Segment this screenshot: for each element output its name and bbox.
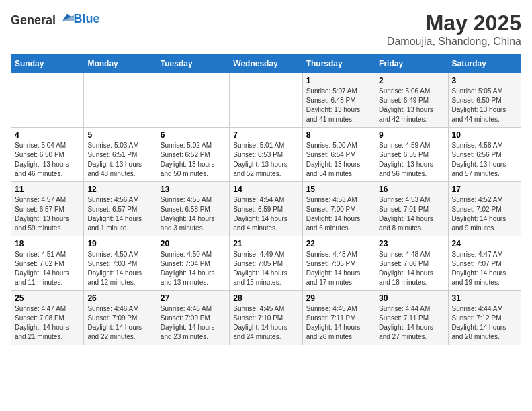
day-info: Sunrise: 4:54 AM Sunset: 6:59 PM Dayligh… <box>233 195 298 233</box>
day-number: 18 <box>15 239 80 248</box>
day-info: Sunrise: 4:55 AM Sunset: 6:58 PM Dayligh… <box>161 195 226 233</box>
week-row-4: 18Sunrise: 4:51 AM Sunset: 7:02 PM Dayli… <box>11 236 521 291</box>
calendar-cell: 2Sunrise: 5:06 AM Sunset: 6:49 PM Daylig… <box>375 73 448 128</box>
calendar-cell: 22Sunrise: 4:48 AM Sunset: 7:06 PM Dayli… <box>302 236 375 291</box>
header-day-sunday: Sunday <box>11 55 84 73</box>
calendar-cell: 15Sunrise: 4:53 AM Sunset: 7:00 PM Dayli… <box>302 182 375 236</box>
day-info: Sunrise: 5:01 AM Sunset: 6:53 PM Dayligh… <box>233 141 298 179</box>
day-number: 2 <box>379 76 444 85</box>
week-row-2: 4Sunrise: 5:04 AM Sunset: 6:50 PM Daylig… <box>11 128 521 182</box>
day-info: Sunrise: 4:48 AM Sunset: 7:06 PM Dayligh… <box>306 250 371 287</box>
day-number: 21 <box>233 239 298 248</box>
day-info: Sunrise: 4:47 AM Sunset: 7:08 PM Dayligh… <box>15 304 80 342</box>
day-info: Sunrise: 4:57 AM Sunset: 6:57 PM Dayligh… <box>15 195 80 233</box>
day-info: Sunrise: 4:44 AM Sunset: 7:11 PM Dayligh… <box>379 304 444 342</box>
day-number: 29 <box>306 293 371 303</box>
day-info: Sunrise: 4:45 AM Sunset: 7:11 PM Dayligh… <box>306 304 371 342</box>
logo-icon <box>60 11 74 24</box>
calendar-cell: 14Sunrise: 4:54 AM Sunset: 6:59 PM Dayli… <box>230 182 302 236</box>
day-info: Sunrise: 5:06 AM Sunset: 6:49 PM Dayligh… <box>379 87 444 124</box>
calendar-cell: 31Sunrise: 4:44 AM Sunset: 7:12 PM Dayli… <box>448 291 521 345</box>
calendar-header-row: SundayMondayTuesdayWednesdayThursdayFrid… <box>11 55 521 73</box>
calendar-cell: 20Sunrise: 4:50 AM Sunset: 7:04 PM Dayli… <box>157 236 229 291</box>
day-info: Sunrise: 4:50 AM Sunset: 7:03 PM Dayligh… <box>87 250 152 287</box>
day-info: Sunrise: 5:02 AM Sunset: 6:52 PM Dayligh… <box>161 141 226 179</box>
day-info: Sunrise: 4:50 AM Sunset: 7:04 PM Dayligh… <box>161 250 226 287</box>
logo-general-text: General <box>11 13 56 27</box>
calendar-cell <box>157 73 229 128</box>
location-title: Damoujia, Shandong, China <box>387 36 521 48</box>
logo-blue-text: Blue <box>74 12 100 26</box>
day-info: Sunrise: 4:45 AM Sunset: 7:10 PM Dayligh… <box>233 304 298 342</box>
day-number: 16 <box>379 185 444 194</box>
week-row-5: 25Sunrise: 4:47 AM Sunset: 7:08 PM Dayli… <box>11 291 521 345</box>
day-number: 3 <box>452 76 517 85</box>
day-info: Sunrise: 4:58 AM Sunset: 6:56 PM Dayligh… <box>452 141 517 179</box>
calendar-cell: 28Sunrise: 4:45 AM Sunset: 7:10 PM Dayli… <box>230 291 302 345</box>
day-number: 19 <box>87 239 152 248</box>
day-number: 6 <box>161 130 226 140</box>
calendar-cell: 10Sunrise: 4:58 AM Sunset: 6:56 PM Dayli… <box>448 128 521 182</box>
calendar-cell: 30Sunrise: 4:44 AM Sunset: 7:11 PM Dayli… <box>375 291 448 345</box>
logo: General Blue <box>11 11 100 28</box>
calendar-cell: 12Sunrise: 4:56 AM Sunset: 6:57 PM Dayli… <box>84 182 157 236</box>
header-day-saturday: Saturday <box>448 55 521 73</box>
day-info: Sunrise: 4:53 AM Sunset: 7:00 PM Dayligh… <box>306 195 371 233</box>
day-info: Sunrise: 4:46 AM Sunset: 7:09 PM Dayligh… <box>161 304 226 342</box>
day-number: 8 <box>306 130 371 140</box>
calendar-table: SundayMondayTuesdayWednesdayThursdayFrid… <box>11 54 521 345</box>
day-number: 28 <box>233 293 298 303</box>
header-day-tuesday: Tuesday <box>157 55 229 73</box>
day-info: Sunrise: 5:03 AM Sunset: 6:51 PM Dayligh… <box>87 141 152 179</box>
calendar-cell: 1Sunrise: 5:07 AM Sunset: 6:48 PM Daylig… <box>302 73 375 128</box>
calendar-cell: 21Sunrise: 4:49 AM Sunset: 7:05 PM Dayli… <box>230 236 302 291</box>
calendar-cell: 8Sunrise: 5:00 AM Sunset: 6:54 PM Daylig… <box>302 128 375 182</box>
day-number: 13 <box>161 185 226 194</box>
calendar-cell: 17Sunrise: 4:52 AM Sunset: 7:02 PM Dayli… <box>448 182 521 236</box>
calendar-cell: 9Sunrise: 4:59 AM Sunset: 6:55 PM Daylig… <box>375 128 448 182</box>
header-day-friday: Friday <box>375 55 448 73</box>
calendar-cell: 25Sunrise: 4:47 AM Sunset: 7:08 PM Dayli… <box>11 291 84 345</box>
week-row-1: 1Sunrise: 5:07 AM Sunset: 6:48 PM Daylig… <box>11 73 521 128</box>
day-number: 14 <box>233 185 298 194</box>
day-number: 11 <box>15 185 80 194</box>
day-number: 9 <box>379 130 444 140</box>
calendar-cell: 6Sunrise: 5:02 AM Sunset: 6:52 PM Daylig… <box>157 128 229 182</box>
day-info: Sunrise: 4:51 AM Sunset: 7:02 PM Dayligh… <box>15 250 80 287</box>
day-info: Sunrise: 5:00 AM Sunset: 6:54 PM Dayligh… <box>306 141 371 179</box>
calendar-cell: 27Sunrise: 4:46 AM Sunset: 7:09 PM Dayli… <box>157 291 229 345</box>
day-number: 1 <box>306 76 371 85</box>
day-info: Sunrise: 4:48 AM Sunset: 7:06 PM Dayligh… <box>379 250 444 287</box>
day-info: Sunrise: 4:46 AM Sunset: 7:09 PM Dayligh… <box>87 304 152 342</box>
calendar-cell: 24Sunrise: 4:47 AM Sunset: 7:07 PM Dayli… <box>448 236 521 291</box>
header-day-monday: Monday <box>84 55 157 73</box>
calendar-cell: 3Sunrise: 5:05 AM Sunset: 6:50 PM Daylig… <box>448 73 521 128</box>
day-info: Sunrise: 5:05 AM Sunset: 6:50 PM Dayligh… <box>452 87 517 124</box>
day-number: 4 <box>15 130 80 140</box>
calendar-cell: 19Sunrise: 4:50 AM Sunset: 7:03 PM Dayli… <box>84 236 157 291</box>
calendar-cell: 26Sunrise: 4:46 AM Sunset: 7:09 PM Dayli… <box>84 291 157 345</box>
day-number: 24 <box>452 239 517 248</box>
month-title: May 2025 <box>387 11 521 36</box>
day-number: 22 <box>306 239 371 248</box>
calendar-cell: 23Sunrise: 4:48 AM Sunset: 7:06 PM Dayli… <box>375 236 448 291</box>
day-info: Sunrise: 4:59 AM Sunset: 6:55 PM Dayligh… <box>379 141 444 179</box>
calendar-cell: 18Sunrise: 4:51 AM Sunset: 7:02 PM Dayli… <box>11 236 84 291</box>
title-block: May 2025 Damoujia, Shandong, China <box>387 11 521 48</box>
day-number: 7 <box>233 130 298 140</box>
day-number: 31 <box>452 293 517 303</box>
day-info: Sunrise: 4:49 AM Sunset: 7:05 PM Dayligh… <box>233 250 298 287</box>
day-number: 15 <box>306 185 371 194</box>
day-number: 20 <box>161 239 226 248</box>
day-number: 27 <box>161 293 226 303</box>
day-info: Sunrise: 4:44 AM Sunset: 7:12 PM Dayligh… <box>452 304 517 342</box>
day-number: 5 <box>87 130 152 140</box>
day-info: Sunrise: 5:07 AM Sunset: 6:48 PM Dayligh… <box>306 87 371 124</box>
day-info: Sunrise: 5:04 AM Sunset: 6:50 PM Dayligh… <box>15 141 80 179</box>
day-number: 25 <box>15 293 80 303</box>
day-info: Sunrise: 4:47 AM Sunset: 7:07 PM Dayligh… <box>452 250 517 287</box>
day-info: Sunrise: 4:56 AM Sunset: 6:57 PM Dayligh… <box>87 195 152 233</box>
day-number: 23 <box>379 239 444 248</box>
calendar-cell <box>230 73 302 128</box>
day-info: Sunrise: 4:53 AM Sunset: 7:01 PM Dayligh… <box>379 195 444 233</box>
